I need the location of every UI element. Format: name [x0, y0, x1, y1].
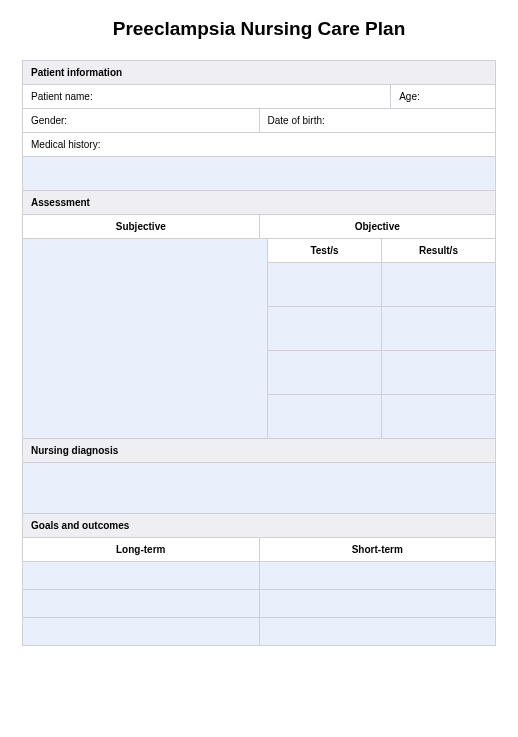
- result-input-4[interactable]: [382, 395, 496, 439]
- assessment-header: Assessment: [22, 190, 496, 214]
- diagnosis-input[interactable]: [22, 462, 496, 514]
- goals-header: Goals and outcomes: [22, 513, 496, 537]
- objective-header: Objective: [260, 214, 497, 239]
- tests-header: Test/s: [268, 239, 382, 263]
- test-input-2[interactable]: [268, 307, 382, 351]
- shortterm-header: Short-term: [260, 537, 497, 562]
- result-input-1[interactable]: [382, 263, 496, 307]
- subjective-header: Subjective: [22, 214, 260, 239]
- results-header: Result/s: [382, 239, 496, 263]
- test-input-4[interactable]: [268, 395, 382, 439]
- gender-field[interactable]: Gender:: [22, 109, 260, 133]
- patient-info-header: Patient information: [22, 60, 496, 84]
- longterm-header: Long-term: [22, 537, 260, 562]
- dob-field[interactable]: Date of birth:: [260, 109, 497, 133]
- test-input-3[interactable]: [268, 351, 382, 395]
- shortterm-input-2[interactable]: [260, 590, 497, 618]
- medical-history-label: Medical history:: [22, 133, 496, 157]
- page-title: Preeclampsia Nursing Care Plan: [22, 18, 496, 40]
- shortterm-input-3[interactable]: [260, 618, 497, 646]
- test-input-1[interactable]: [268, 263, 382, 307]
- subjective-input[interactable]: [22, 239, 268, 439]
- longterm-input-2[interactable]: [22, 590, 260, 618]
- result-input-2[interactable]: [382, 307, 496, 351]
- patient-name-field[interactable]: Patient name:: [22, 84, 391, 109]
- medical-history-input[interactable]: [22, 157, 496, 191]
- longterm-input-3[interactable]: [22, 618, 260, 646]
- shortterm-input-1[interactable]: [260, 562, 497, 590]
- diagnosis-header: Nursing diagnosis: [22, 438, 496, 462]
- age-field[interactable]: Age:: [391, 84, 496, 109]
- result-input-3[interactable]: [382, 351, 496, 395]
- longterm-input-1[interactable]: [22, 562, 260, 590]
